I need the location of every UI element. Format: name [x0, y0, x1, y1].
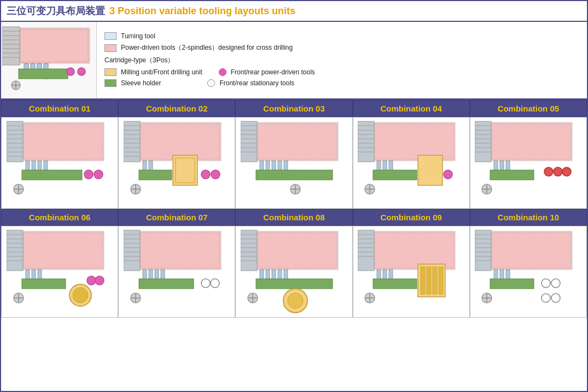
svg-point-178 [288, 293, 303, 308]
combo-header-02: Combination 02 [118, 100, 235, 117]
svg-point-16 [78, 68, 85, 75]
svg-rect-163 [241, 230, 257, 271]
svg-point-218 [551, 279, 560, 288]
legend-milling: Milling unit/Front drilling unit [104, 68, 202, 76]
combo-header-07: Combination 07 [118, 209, 235, 226]
sleeve-swatch [104, 79, 117, 87]
page-header: 三位可变刀具布局装置 3 Position variable tooling l… [1, 1, 587, 22]
legend-sleeve: Sleeve holder [104, 79, 161, 87]
legend-sub-row: Milling unit/Front drilling unit Front/r… [104, 68, 579, 77]
svg-rect-83 [358, 121, 374, 162]
svg-rect-95 [373, 170, 417, 180]
combo-header-09: Combination 09 [353, 209, 470, 226]
svg-rect-199 [373, 279, 417, 289]
combo-cell-05 [470, 117, 587, 209]
combo-header-03: Combination 03 [235, 100, 352, 117]
combo-header-04: Combination 04 [353, 100, 470, 117]
legend-front-power: Front/rear power-driven tools [219, 68, 315, 76]
milling-swatch [104, 68, 117, 76]
svg-rect-91 [418, 155, 443, 185]
legend-sub-row2: Sleeve holder Front/rear stationary tool… [104, 79, 579, 88]
combo-header-06: Combination 06 [1, 209, 118, 226]
svg-rect-122 [7, 230, 23, 271]
legend-front-stationary: Front/rear stationary tools [207, 79, 294, 87]
svg-point-36 [84, 170, 93, 179]
legend-power: Power-driven tools（2-spindles）designed f… [104, 43, 579, 52]
svg-rect-120 [22, 231, 104, 270]
svg-rect-53 [176, 158, 195, 183]
combo-cell-02 [118, 117, 235, 209]
combinations-grid: Combination 01 Combination 02 Combinatio… [1, 100, 587, 318]
power-label: Power-driven tools（2-spindles）designed f… [121, 43, 293, 52]
front-power-label: Front/rear power-driven tools [231, 68, 315, 76]
main-diagram [1, 22, 97, 98]
svg-rect-133 [22, 279, 66, 289]
svg-rect-0 [19, 28, 90, 63]
svg-point-156 [201, 279, 210, 288]
svg-rect-64 [241, 121, 257, 162]
svg-rect-102 [475, 121, 491, 162]
combo-cell-09 [353, 226, 470, 318]
svg-rect-77 [256, 170, 333, 180]
combo-header-10: Combination 10 [470, 209, 587, 226]
combo-header-01: Combination 01 [1, 100, 118, 117]
svg-rect-22 [7, 121, 23, 162]
svg-point-135 [73, 288, 88, 303]
combo-cell-08 [235, 226, 352, 318]
front-stationary-label: Front/rear stationary tools [219, 79, 294, 87]
combo-header-05: Combination 05 [470, 100, 587, 117]
combo-cell-03 [235, 117, 352, 209]
combo-cell-07 [118, 226, 235, 318]
legend-turning: Turning tool [104, 32, 579, 40]
milling-label: Milling unit/Front drilling unit [121, 68, 202, 76]
main-page: 三位可变刀具布局装置 3 Position variable tooling l… [0, 0, 588, 392]
combo-cell-01 [1, 117, 118, 209]
combo-cell-06 [1, 226, 118, 318]
svg-rect-100 [490, 122, 572, 161]
top-section: Turning tool Power-driven tools（2-spindl… [1, 22, 587, 100]
svg-rect-43 [124, 121, 140, 162]
svg-rect-143 [124, 230, 140, 271]
svg-rect-184 [358, 230, 374, 271]
svg-point-217 [542, 279, 550, 288]
svg-rect-194 [433, 267, 437, 294]
svg-rect-176 [256, 279, 333, 289]
svg-rect-35 [22, 170, 82, 180]
turning-swatch [104, 32, 117, 40]
svg-point-136 [87, 276, 96, 285]
combo-cell-10 [470, 226, 587, 318]
svg-point-96 [444, 170, 452, 179]
header-english: 3 Position variable tooling layouts unit… [109, 5, 295, 17]
svg-rect-205 [475, 230, 491, 271]
cartridge-label: Cartridge-type（3Pos） [104, 56, 579, 65]
svg-point-220 [551, 294, 560, 302]
svg-point-37 [94, 170, 103, 179]
front-stationary-swatch [207, 79, 215, 87]
svg-point-114 [544, 167, 553, 176]
svg-rect-2 [2, 27, 20, 65]
svg-point-115 [554, 167, 562, 176]
svg-point-137 [95, 276, 104, 285]
combo-header-08: Combination 08 [235, 209, 352, 226]
svg-rect-14 [19, 69, 68, 79]
front-power-swatch [219, 68, 226, 76]
svg-rect-113 [490, 170, 534, 180]
sleeve-label: Sleeve holder [121, 79, 161, 87]
svg-rect-141 [139, 231, 221, 270]
svg-rect-193 [427, 267, 431, 294]
svg-rect-56 [139, 170, 172, 180]
svg-point-157 [211, 279, 219, 288]
svg-rect-192 [421, 267, 425, 294]
combo-cell-04 [353, 117, 470, 209]
svg-rect-155 [139, 279, 194, 289]
svg-rect-203 [490, 231, 572, 270]
svg-point-58 [211, 170, 220, 179]
turning-label: Turning tool [121, 32, 155, 40]
svg-point-219 [542, 294, 550, 302]
power-swatch [104, 44, 117, 52]
svg-rect-20 [22, 122, 104, 161]
svg-rect-216 [490, 279, 534, 289]
svg-rect-195 [439, 267, 443, 294]
legend-panel: Turning tool Power-driven tools（2-spindl… [97, 22, 587, 98]
header-chinese: 三位可变刀具布局装置 [7, 4, 105, 17]
